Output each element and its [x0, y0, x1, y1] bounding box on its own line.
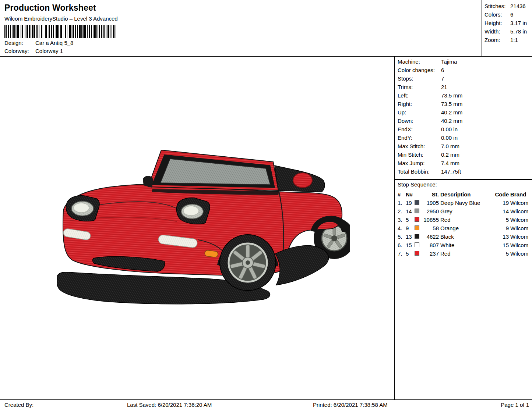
machine-label: EndX: [398, 126, 441, 135]
stat-value: 5.78 in [510, 28, 527, 37]
thread-brand: Wilcom [510, 242, 531, 248]
machine-value: 7 [441, 75, 444, 84]
colorway-label: Colorway: [4, 48, 35, 54]
thread-color-swatch [415, 217, 419, 222]
machine-label: Right: [398, 101, 441, 109]
thread-description: Red [440, 217, 495, 223]
stat-label: Zoom: [485, 37, 510, 45]
thread-brand: Wilcom [510, 208, 531, 214]
stitch-count: 1905 [422, 200, 440, 206]
machine-label: Up: [398, 109, 441, 118]
thread-code: 5 [495, 250, 510, 257]
stop-sequence-row: 2. 14 2950 Grey 14 Wilcom [398, 207, 532, 216]
machine-value: 40.2 mm [441, 118, 462, 126]
stop-number: 1. [398, 200, 406, 206]
needle-number: 9 [406, 225, 415, 231]
stat-label: Colors: [485, 11, 510, 20]
machine-label: Down: [398, 118, 441, 126]
stat-label: Height: [485, 20, 510, 28]
stat-colors: Colors: 6 [485, 11, 531, 20]
col-num: # [398, 191, 406, 198]
stitch-count: 807 [422, 242, 440, 248]
machine-value: 147.75ft [441, 168, 461, 177]
windshield [148, 150, 278, 191]
stop-sequence-title: Stop Sequence: [398, 181, 532, 190]
machine-value: 0.00 in [441, 135, 458, 143]
stop-number: 2. [398, 208, 406, 214]
thread-description: Black [440, 234, 495, 240]
stitch-count: 2950 [422, 208, 440, 214]
stat-label: Width: [485, 28, 510, 37]
stat-stitches: Stitches: 21436 [485, 3, 531, 11]
stat-height: Height: 3.17 in [485, 20, 531, 28]
thread-description: Deep Navy Blue [440, 200, 495, 206]
design-row: Design: Car a Antiq 5_8 [4, 40, 482, 46]
thread-code: 13 [495, 234, 510, 240]
stop-number: 3. [398, 217, 406, 223]
design-label: Design: [4, 40, 35, 46]
needle-number: 15 [406, 242, 415, 248]
needle-number: 13 [406, 234, 415, 240]
last-saved-text: Last Saved: 6/20/2021 7:36:20 AM [127, 402, 212, 408]
software-subtitle: Wilcom EmbroideryStudio – Level 3 Advanc… [4, 15, 482, 22]
needle-number: 19 [406, 200, 415, 206]
stop-sequence-row: 3. 5 10855 Red 5 Wilcom [398, 216, 532, 224]
thread-brand: Wilcom [510, 250, 531, 257]
stop-sequence-header: # N# St. Description Code Brand [398, 190, 532, 199]
stitch-count: 58 [422, 225, 440, 231]
stop-sequence-row: 4. 9 58 Orange 9 Wilcom [398, 224, 532, 232]
thread-code: 19 [495, 200, 510, 206]
design-name: Car a Antiq 5_8 [35, 40, 73, 46]
machine-label: Trims: [398, 84, 441, 92]
machine-value: 73.5 mm [441, 92, 462, 101]
machine-label: Min Stitch: [398, 152, 441, 160]
front-wheel [220, 235, 276, 291]
thread-brand: Wilcom [510, 217, 531, 223]
thread-description: Red [440, 250, 495, 257]
col-brand: Brand [510, 191, 531, 198]
machine-label: EndY: [398, 135, 441, 143]
embroidery-car-image [55, 143, 350, 311]
page-number: Page 1 of 1 [501, 402, 529, 408]
needle-number: 14 [406, 208, 415, 214]
machine-value: 73.5 mm [441, 101, 462, 109]
stitch-count: 10855 [422, 217, 440, 223]
roll-bar [293, 173, 312, 188]
headlight-right [177, 198, 210, 224]
worksheet-footer: Created By: Last Saved: 6/20/2021 7:36:2… [0, 399, 532, 409]
thread-color-swatch [415, 209, 419, 213]
printed-text: Printed: 6/20/2021 7:38:58 AM [313, 402, 388, 408]
thread-code: 14 [495, 208, 510, 214]
thread-brand: Wilcom [510, 200, 531, 206]
stop-sequence-row: 6. 15 807 White 15 Wilcom [398, 241, 532, 249]
needle-number: 5 [406, 217, 415, 223]
stat-width: Width: 5.78 in [485, 28, 531, 37]
stop-sequence-row: 7. 5 237 Red 5 Wilcom [398, 249, 532, 258]
stop-number: 6. [398, 242, 406, 248]
thread-brand: Wilcom [510, 225, 531, 231]
thread-brand: Wilcom [510, 234, 531, 240]
thread-description: White [440, 242, 495, 248]
colorway-name: Colorway 1 [35, 48, 63, 54]
col-needle: N# [406, 191, 415, 198]
machine-info-panel: Machine:Tajima Color changes:6 Stops:7 T… [394, 57, 532, 399]
machine-label: Left: [398, 92, 441, 101]
machine-value: 0.00 in [441, 126, 458, 135]
stat-zoom: Zoom: 1:1 [485, 37, 531, 45]
machine-label: Color changes: [398, 67, 441, 75]
needle-number: 5 [406, 250, 415, 257]
machine-settings-list: Machine:Tajima Color changes:6 Stops:7 T… [395, 57, 532, 179]
stat-value: 1:1 [510, 37, 518, 45]
stop-number: 4. [398, 225, 406, 231]
created-by-label: Created By: [4, 402, 34, 408]
thread-description: Grey [440, 208, 495, 214]
stat-value: 3.17 in [510, 20, 527, 28]
colorway-row: Colorway: Colorway 1 [4, 48, 482, 54]
thread-code: 9 [495, 225, 510, 231]
underbody [275, 246, 329, 285]
thread-color-swatch [415, 234, 419, 239]
thread-description: Orange [440, 225, 495, 231]
col-stitches: St. [422, 191, 440, 198]
machine-value: 6 [441, 67, 444, 75]
stat-value: 21436 [510, 3, 526, 11]
